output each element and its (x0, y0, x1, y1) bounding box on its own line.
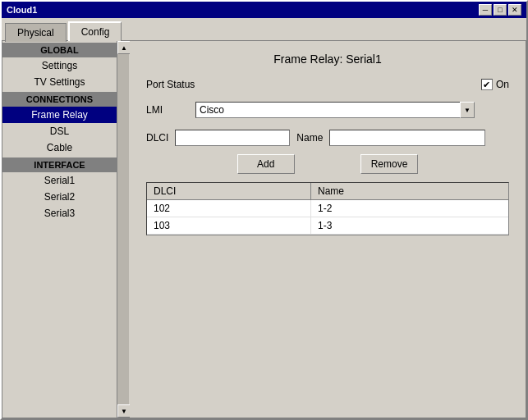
lmi-select[interactable]: Cisco ANSI Q933A (195, 102, 475, 118)
remove-button[interactable]: Remove (360, 154, 419, 174)
port-status-checkbox[interactable]: ✔ (481, 79, 493, 90)
table-header: DLCI Name (147, 183, 508, 200)
table-row[interactable]: 103 1-3 (147, 217, 508, 235)
table-cell-name-1: 1-3 (311, 217, 508, 234)
sidebar-item-serial1[interactable]: Serial1 (2, 172, 117, 189)
sidebar-item-cable[interactable]: Cable (2, 139, 117, 156)
sidebar-item-tv-settings[interactable]: TV Settings (2, 74, 117, 90)
sidebar-item-serial3[interactable]: Serial3 (2, 205, 117, 221)
title-bar: Cloud1 ─ □ ✕ (2, 2, 526, 18)
sidebar-section-connections: CONNECTIONS (2, 92, 117, 107)
scroll-up-button[interactable]: ▲ (117, 41, 131, 54)
tab-config[interactable]: Config (68, 21, 122, 41)
table-header-name: Name (311, 183, 508, 199)
table-row[interactable]: 102 1-2 (147, 200, 508, 217)
sidebar-scrollbar: ▲ ▼ (117, 41, 130, 418)
table-cell-name-0: 1-2 (311, 200, 508, 217)
port-status-checkbox-area: ✔ On (481, 79, 509, 90)
port-status-row: Port Status ✔ On (146, 79, 509, 90)
sidebar-section-global: GLOBAL (2, 43, 117, 57)
tabs-bar: Physical Config (2, 18, 526, 40)
maximize-button[interactable]: □ (494, 4, 507, 16)
sidebar: GLOBAL Settings TV Settings CONNECTIONS … (2, 41, 117, 418)
sidebar-item-dsl[interactable]: DSL (2, 123, 117, 139)
dlci-input-row: DLCI Name (146, 130, 509, 146)
main-panel: Frame Relay: Serial1 Port Status ✔ On LM… (130, 41, 526, 418)
sidebar-item-frame-relay[interactable]: Frame Relay (2, 107, 117, 123)
panel-title: Frame Relay: Serial1 (146, 52, 509, 66)
add-button[interactable]: Add (237, 154, 295, 174)
lmi-select-wrapper: Cisco ANSI Q933A ▼ (195, 102, 475, 118)
lmi-select-arrow[interactable]: ▼ (460, 102, 475, 118)
table-header-dlci: DLCI (147, 183, 311, 199)
dlci-label: DLCI (146, 132, 168, 144)
sidebar-section-interface: INTERFACE (2, 158, 117, 172)
minimize-button[interactable]: ─ (479, 4, 492, 16)
sidebar-item-settings[interactable]: Settings (2, 57, 117, 74)
port-status-label: Port Status (146, 79, 228, 90)
close-button[interactable]: ✕ (508, 4, 521, 16)
dlci-input[interactable] (175, 130, 290, 146)
lmi-row: LMI Cisco ANSI Q933A ▼ (146, 102, 509, 118)
window-controls: ─ □ ✕ (479, 4, 521, 16)
table-cell-dlci-1: 103 (147, 217, 311, 234)
window-title: Cloud1 (7, 5, 37, 15)
name-input[interactable] (329, 130, 485, 146)
scroll-down-button[interactable]: ▼ (117, 404, 131, 418)
buttons-row: Add Remove (146, 154, 509, 174)
sidebar-wrapper: GLOBAL Settings TV Settings CONNECTIONS … (2, 41, 130, 418)
sidebar-item-serial2[interactable]: Serial2 (2, 189, 117, 205)
lmi-label: LMI (146, 104, 195, 116)
tab-physical[interactable]: Physical (5, 23, 67, 42)
table-container: DLCI Name 102 1-2 103 1-3 (146, 182, 509, 235)
scroll-track (117, 54, 129, 404)
port-status-on-label: On (496, 79, 509, 90)
table-cell-dlci-0: 102 (147, 200, 311, 217)
main-window: Cloud1 ─ □ ✕ Physical Config GLOBAL Sett… (0, 0, 528, 420)
name-label: Name (296, 132, 323, 144)
content-area: GLOBAL Settings TV Settings CONNECTIONS … (2, 40, 526, 418)
